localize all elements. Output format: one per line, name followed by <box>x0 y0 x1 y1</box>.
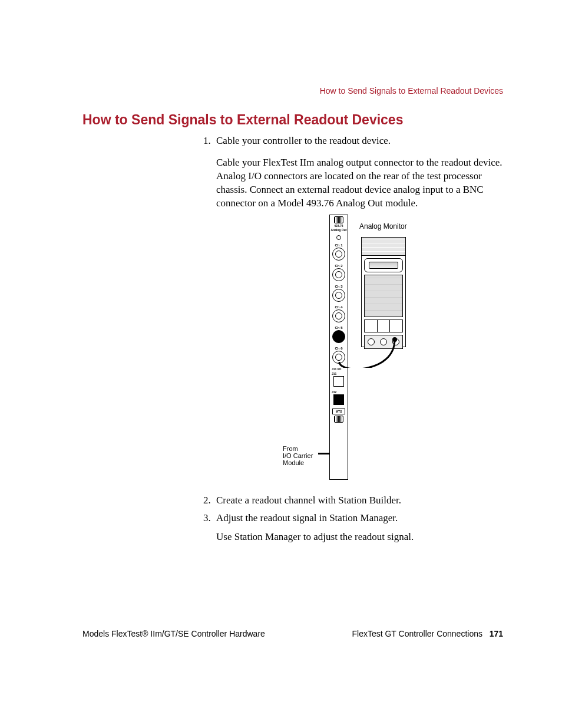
ch1-label: Ch 1 <box>330 243 348 247</box>
ch3-bnc-icon <box>332 289 345 302</box>
section-heading: How to Send Signals to External Readout … <box>82 112 403 128</box>
monitor-knob-icon <box>380 338 387 345</box>
from-line1: From <box>283 445 298 452</box>
ch3-label: Ch 3 <box>330 285 348 288</box>
j11-label: J11 <box>330 372 348 375</box>
readout-monitor <box>361 237 406 347</box>
ch2-bnc-icon <box>332 268 345 281</box>
analog-out-module: 493.76 Analog Out Ch 1 Ch 2 Ch 3 Ch 4 Ch… <box>329 215 348 480</box>
mts-logo: MTS <box>332 409 345 414</box>
ch2-label: Ch 2 <box>330 264 348 268</box>
monitor-connectors <box>364 335 403 349</box>
bottom-screw-icon <box>334 416 343 423</box>
step-3: 3.Adjust the readout signal in Station M… <box>203 512 503 525</box>
monitor-vent-icon <box>362 238 405 256</box>
footer-right: FlexTest GT Controller Connections 171 <box>352 629 503 638</box>
module-name-label: Analog Out <box>330 229 348 232</box>
ch5-label: Ch 5 <box>330 326 348 330</box>
monitor-display-area <box>364 275 403 317</box>
step-2-text: Create a readout channel with Station Bu… <box>216 495 401 506</box>
from-line3: Module <box>283 459 304 466</box>
step-3-paragraph-wrap: Use Station Manager to adjust the readou… <box>203 531 503 544</box>
j12-label: J12 <box>330 390 348 394</box>
step-3-number: 3. <box>203 512 216 525</box>
step-3-paragraph: Use Station Manager to adjust the readou… <box>216 531 503 544</box>
step-3-text: Adjust the readout signal in Station Man… <box>216 512 398 523</box>
ch6-label: Ch 6 <box>330 347 348 350</box>
footer-section: FlexTest GT Controller Connections <box>352 629 482 638</box>
ch4-label: Ch 4 <box>330 305 348 309</box>
step-1-text: Cable your controller to the readout dev… <box>216 135 391 146</box>
monitor-knob-icon <box>392 338 399 345</box>
running-header: How to Send Signals to External Readout … <box>320 86 503 95</box>
ch6-bnc-icon <box>332 351 345 364</box>
monitor-knob-icon <box>368 338 375 345</box>
footer-left: Models FlexTest® IIm/GT/SE Controller Ha… <box>82 629 265 638</box>
top-screw-icon <box>334 216 343 223</box>
analog-monitor-label: Analog Monitor <box>359 222 407 230</box>
step-2-number: 2. <box>203 494 216 508</box>
ch4-bnc-icon <box>332 309 345 322</box>
status-led-icon <box>336 235 341 240</box>
from-io-carrier-label: From I/O Carrier Module <box>283 445 313 466</box>
ch1-bnc-icon <box>332 248 345 261</box>
ch5-bnc-icon <box>332 330 345 343</box>
monitor-screen <box>364 258 403 272</box>
j12-port-icon <box>333 394 344 405</box>
step-1-paragraph: Cable your FlexTest IIm analog output co… <box>216 156 503 210</box>
j11-port-icon <box>333 376 344 387</box>
page-number: 171 <box>490 629 503 638</box>
from-line2: I/O Carrier <box>283 452 313 459</box>
connection-diagram: Analog Monitor From I/O Carrier Module 4… <box>283 215 518 486</box>
step-1-number: 1. <box>203 134 216 148</box>
module-model-label: 493.76 <box>330 225 348 228</box>
monitor-buttons <box>364 319 403 332</box>
from-leader-line <box>318 453 330 454</box>
j-io-label: J11 I/O <box>330 367 348 371</box>
step-1: 1.Cable your controller to the readout d… <box>203 134 503 210</box>
step-2: 2.Create a readout channel with Station … <box>203 494 503 508</box>
